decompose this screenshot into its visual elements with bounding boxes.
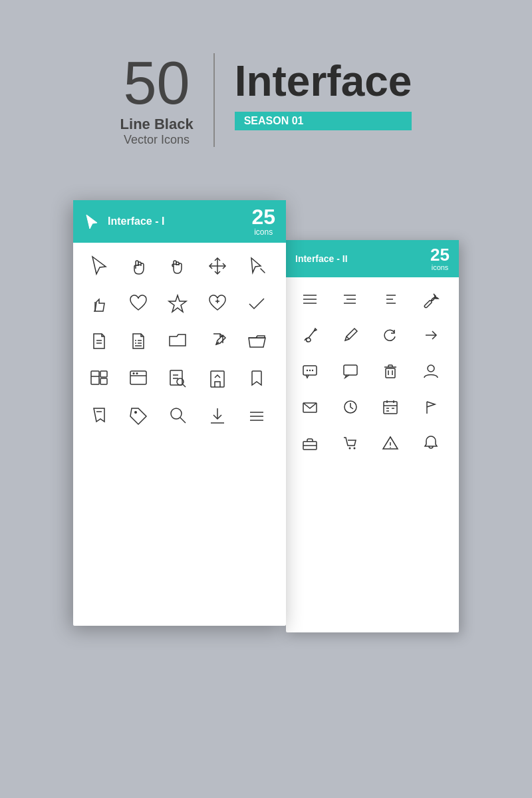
clock-icon (334, 392, 366, 422)
svg-rect-53 (100, 371, 107, 377)
card-back-header: Interface - II 25 icons (286, 240, 459, 277)
card-back-count: 25 icons (430, 246, 450, 271)
list-indent-icon (334, 284, 366, 315)
svg-line-9 (309, 331, 314, 338)
tag-icon (123, 400, 154, 430)
document-edit-icon (202, 325, 233, 356)
search-icon (162, 400, 193, 430)
move-icon (202, 251, 233, 281)
svg-point-14 (309, 370, 311, 371)
hand-icon (123, 251, 154, 281)
bookmark-doc-icon (84, 400, 114, 430)
svg-line-10 (346, 336, 349, 339)
season-badge: SEASON 01 (235, 112, 412, 130)
svg-point-58 (133, 372, 135, 374)
svg-point-21 (428, 365, 434, 372)
book-container: Interface - II 25 icons (73, 200, 459, 666)
svg-point-59 (136, 372, 138, 374)
svg-line-69 (180, 418, 186, 423)
svg-point-38 (390, 447, 391, 448)
folder-closed-icon (162, 325, 193, 356)
heart-plus-icon (202, 288, 233, 319)
search-doc-icon (162, 362, 193, 393)
document-icon (84, 325, 114, 356)
svg-line-62 (183, 384, 186, 387)
svg-rect-54 (100, 378, 107, 384)
star-icon (162, 288, 193, 319)
header-sub1: Line Black (120, 116, 194, 133)
briefcase-icon (294, 428, 326, 458)
card-back: Interface - II 25 icons (286, 240, 459, 632)
wrench-icon (415, 284, 447, 315)
svg-rect-17 (386, 368, 395, 378)
grab-icon (162, 251, 193, 281)
list-icon (294, 284, 326, 315)
comment-icon (334, 356, 366, 386)
card-front: Interface - I 25 icons (73, 200, 286, 626)
svg-rect-65 (211, 371, 224, 387)
hamburger-icon (241, 400, 272, 430)
document-list-icon (123, 325, 154, 356)
card-front-icon-grid (73, 243, 286, 438)
card-front-count: 25 icons (251, 206, 275, 237)
card-back-icon-grid (286, 277, 459, 465)
heart-icon (123, 288, 154, 319)
svg-rect-24 (384, 402, 397, 414)
header-right: Interface SEASON 01 (235, 53, 412, 130)
click-cursor-icon (241, 251, 272, 281)
home-doc-icon (202, 362, 233, 393)
thumbs-up-icon (84, 288, 114, 319)
check-icon (241, 288, 272, 319)
list-short-icon (374, 284, 406, 315)
pencil-icon (334, 320, 366, 350)
svg-rect-16 (344, 365, 357, 375)
svg-point-68 (171, 408, 182, 419)
card-front-header: Interface - I 25 icons (73, 200, 286, 243)
svg-rect-60 (170, 370, 182, 385)
svg-point-13 (307, 370, 308, 371)
icon-count: 50 (124, 53, 190, 113)
download-icon (202, 400, 233, 430)
browser-icon (123, 362, 154, 393)
bookmark-icon (241, 362, 272, 393)
user-icon (415, 356, 447, 386)
warning-icon (374, 428, 406, 458)
svg-marker-41 (169, 295, 186, 312)
svg-rect-52 (91, 371, 99, 384)
header-sub2: Vector Icons (124, 133, 190, 147)
flag-icon (415, 392, 447, 422)
header: 50 Line Black Vector Icons Interface SEA… (120, 53, 412, 147)
folder-open-icon (241, 325, 272, 356)
svg-point-67 (134, 411, 137, 414)
header-left: 50 Line Black Vector Icons (120, 53, 215, 147)
trash-icon (374, 356, 406, 386)
svg-point-35 (353, 448, 355, 450)
cursor-white-icon (84, 213, 100, 229)
card-front-title: Interface - I (108, 215, 164, 227)
page-container: 50 Line Black Vector Icons Interface SEA… (0, 0, 532, 798)
cursor-icon (84, 251, 114, 281)
brush-icon (294, 320, 326, 350)
svg-point-15 (312, 370, 313, 371)
card-front-header-left: Interface - I (84, 213, 164, 229)
chat-dots-icon (294, 356, 326, 386)
card-back-title: Interface - II (295, 253, 348, 264)
svg-point-34 (348, 448, 350, 450)
bell-icon (415, 428, 447, 458)
header-title: Interface (235, 60, 412, 102)
cart-icon (334, 428, 366, 458)
refresh-icon (374, 320, 406, 350)
arrow-right-icon (415, 320, 447, 350)
calendar-icon (374, 392, 406, 422)
table-icon (84, 362, 114, 393)
email-icon (294, 392, 326, 422)
